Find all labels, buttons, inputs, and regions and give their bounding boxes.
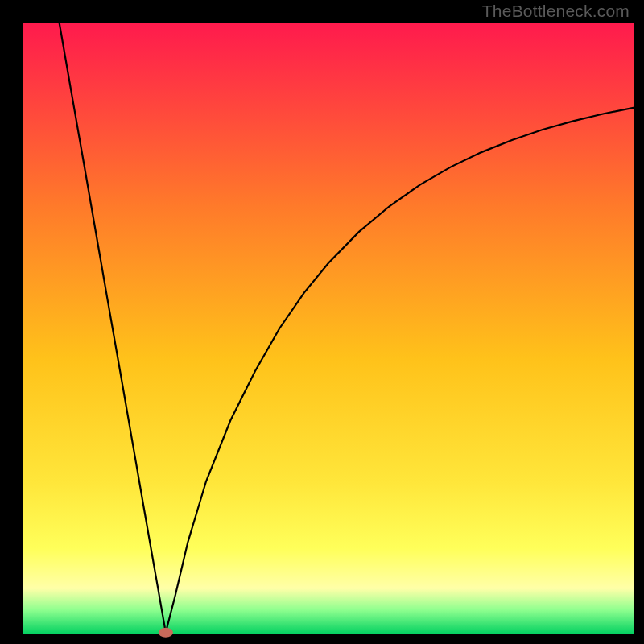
watermark-text: TheBottleneck.com (482, 2, 630, 21)
trough-marker (159, 628, 173, 638)
bottleneck-chart (0, 0, 644, 644)
chart-stage: TheBottleneck.com (0, 0, 644, 644)
gradient-background (23, 23, 634, 634)
